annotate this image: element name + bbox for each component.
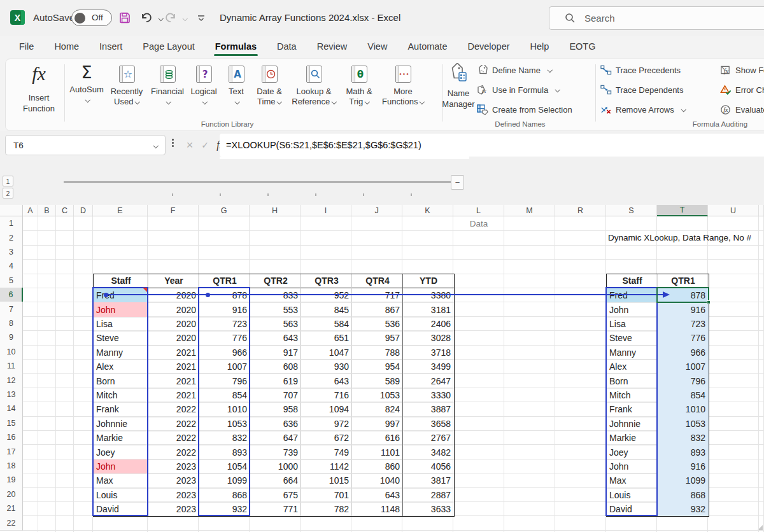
row-header-5[interactable]: 5 bbox=[0, 274, 23, 288]
cancel-icon[interactable]: × bbox=[182, 135, 197, 155]
table-header-cell[interactable]: Staff bbox=[94, 274, 148, 288]
ribbon-more-functions-button[interactable]: •••MoreFunctions bbox=[379, 63, 427, 107]
ribbon-logical-button[interactable]: ?Logical bbox=[187, 63, 220, 107]
cell[interactable]: 616 bbox=[352, 431, 403, 445]
cell[interactable]: 2022 bbox=[148, 431, 199, 445]
column-header-T[interactable]: T bbox=[657, 205, 708, 216]
spreadsheet-grid[interactable]: ABCDEFGHIJKLMRSTU12345678910111213141516… bbox=[0, 205, 764, 532]
ribbon-autosum-button[interactable]: ΣAutoSum bbox=[69, 63, 104, 105]
cell[interactable]: 2022 bbox=[148, 417, 199, 431]
cell[interactable]: 716 bbox=[301, 388, 352, 402]
cell[interactable]: 1015 bbox=[301, 473, 352, 487]
cell[interactable]: 860 bbox=[352, 459, 403, 473]
cell[interactable]: 643 bbox=[352, 488, 403, 502]
ribbon-recently-used-button[interactable]: ☆RecentlyUsed bbox=[106, 63, 148, 107]
cell[interactable]: 1094 bbox=[301, 402, 352, 416]
cell[interactable]: 2023 bbox=[148, 459, 199, 473]
cell[interactable]: 776 bbox=[658, 331, 709, 345]
cell[interactable]: 536 bbox=[352, 317, 403, 331]
cell[interactable]: 1053 bbox=[658, 417, 709, 431]
cell[interactable]: 723 bbox=[658, 317, 709, 331]
cell[interactable]: 2020 bbox=[148, 331, 199, 345]
ribbon-show-formulas-button[interactable]: fxShow Formu bbox=[720, 62, 764, 78]
column-header-G[interactable]: G bbox=[199, 205, 250, 216]
cell[interactable]: 675 bbox=[250, 488, 301, 502]
cell[interactable]: 893 bbox=[658, 445, 709, 459]
tab-developer[interactable]: Developer bbox=[457, 36, 520, 59]
row-header-17[interactable]: 17 bbox=[0, 444, 23, 459]
tab-help[interactable]: Help bbox=[520, 36, 560, 59]
redo-icon[interactable] bbox=[164, 11, 177, 24]
row-header-12[interactable]: 12 bbox=[0, 373, 23, 388]
cell[interactable]: 3499 bbox=[403, 360, 454, 374]
table-header-cell[interactable]: YTD bbox=[403, 274, 454, 288]
row-header-22[interactable]: 22 bbox=[0, 515, 23, 530]
column-header-E[interactable]: E bbox=[93, 205, 148, 216]
table-header-cell[interactable]: QTR2 bbox=[250, 274, 301, 288]
cell[interactable]: 3330 bbox=[403, 388, 454, 402]
table-header-cell[interactable]: Staff bbox=[607, 274, 658, 288]
row-header-6[interactable]: 6 bbox=[0, 288, 23, 302]
cell[interactable]: 1148 bbox=[352, 502, 403, 516]
cell[interactable]: 664 bbox=[250, 473, 301, 487]
column-header-J[interactable]: J bbox=[351, 205, 402, 216]
cell[interactable]: 707 bbox=[250, 388, 301, 402]
column-header-D[interactable]: D bbox=[74, 205, 93, 216]
cell[interactable]: 954 bbox=[352, 360, 403, 374]
column-header-U[interactable]: U bbox=[708, 205, 759, 216]
tab-review[interactable]: Review bbox=[307, 36, 358, 59]
cell[interactable]: 2020 bbox=[148, 317, 199, 331]
ribbon-date-time-button[interactable]: Date &Time bbox=[252, 63, 286, 107]
cell[interactable]: 958 bbox=[250, 402, 301, 416]
row-header-8[interactable]: 8 bbox=[0, 316, 23, 331]
cell[interactable]: 589 bbox=[352, 374, 403, 388]
ribbon-trace-dependents-button[interactable]: Trace Dependents bbox=[600, 82, 683, 97]
name-manager-button[interactable]: Name Manager bbox=[440, 63, 477, 109]
column-header-R[interactable]: R bbox=[555, 205, 606, 216]
cell[interactable]: 3887 bbox=[403, 402, 454, 416]
row-header-2[interactable]: 2 bbox=[0, 230, 23, 245]
row-header-14[interactable]: 14 bbox=[0, 402, 23, 416]
cell[interactable]: 3817 bbox=[403, 473, 454, 487]
cell[interactable]: 3633 bbox=[403, 502, 454, 516]
row-header-19[interactable]: 19 bbox=[0, 473, 23, 487]
row-header-9[interactable]: 9 bbox=[0, 330, 23, 345]
cell[interactable]: 2021 bbox=[148, 374, 199, 388]
cell[interactable]: 1142 bbox=[301, 459, 352, 473]
formula-bar-handle-icon[interactable] bbox=[172, 139, 174, 147]
cell[interactable]: 739 bbox=[250, 445, 301, 459]
cell[interactable]: 1007 bbox=[658, 360, 709, 374]
cell[interactable]: 854 bbox=[658, 388, 709, 402]
cell[interactable]: 636 bbox=[250, 417, 301, 431]
cell[interactable]: 957 bbox=[352, 331, 403, 345]
cell[interactable]: 782 bbox=[301, 502, 352, 516]
row-header-3[interactable]: 3 bbox=[0, 245, 23, 260]
cell[interactable]: 2021 bbox=[148, 346, 199, 360]
cell[interactable]: 2647 bbox=[403, 374, 454, 388]
tab-file[interactable]: File bbox=[9, 36, 44, 59]
row-header-1[interactable]: 1 bbox=[0, 216, 23, 231]
ribbon-evaluate-formula-button[interactable]: fxEvaluate For bbox=[720, 102, 764, 117]
cell[interactable]: 832 bbox=[658, 431, 709, 445]
cell[interactable]: 796 bbox=[658, 374, 709, 388]
save-icon[interactable] bbox=[118, 11, 131, 24]
tab-formulas[interactable]: Formulas bbox=[205, 36, 267, 59]
outline-level-1-button[interactable]: 1 bbox=[3, 176, 13, 186]
cell[interactable]: 972 bbox=[301, 417, 352, 431]
tab-eotg[interactable]: EOTG bbox=[559, 36, 605, 59]
row-header-15[interactable]: 15 bbox=[0, 416, 23, 431]
cell[interactable]: 643 bbox=[250, 331, 301, 345]
cell[interactable]: 619 bbox=[250, 374, 301, 388]
cell[interactable]: 1040 bbox=[352, 473, 403, 487]
column-header-A[interactable]: A bbox=[23, 205, 38, 216]
cell[interactable]: 2021 bbox=[148, 360, 199, 374]
cell[interactable]: 647 bbox=[250, 431, 301, 445]
ribbon-financial-button[interactable]: Financial bbox=[150, 63, 185, 107]
autosave-toggle[interactable]: Off bbox=[71, 10, 112, 26]
cell[interactable]: 651 bbox=[301, 331, 352, 345]
column-header-I[interactable]: I bbox=[301, 205, 351, 216]
ribbon-define-name-button[interactable]: Define Name bbox=[477, 62, 551, 78]
table-header-cell[interactable]: Year bbox=[148, 274, 199, 288]
cell[interactable]: 932 bbox=[658, 502, 709, 516]
row-header-7[interactable]: 7 bbox=[0, 302, 23, 316]
